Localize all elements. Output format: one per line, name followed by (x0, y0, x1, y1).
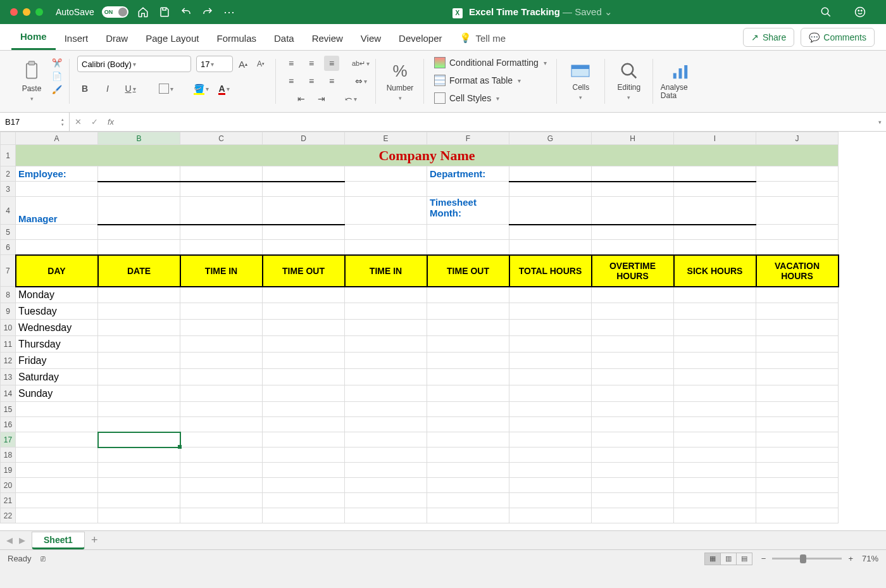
cell[interactable] (592, 508, 674, 523)
cell[interactable] (674, 385, 756, 402)
cell[interactable] (16, 447, 98, 463)
table-header[interactable]: OVERTIME HOURS (592, 255, 674, 287)
cell[interactable] (180, 369, 263, 385)
tab-insert[interactable]: Insert (56, 27, 97, 50)
page-break-view-icon[interactable]: ▤ (736, 553, 752, 565)
sheet-tab-sheet1[interactable]: Sheet1 (32, 532, 85, 549)
row-header-17[interactable]: 17 (1, 432, 16, 447)
analyse-data-button[interactable]: Analyse Data (661, 56, 700, 106)
table-header[interactable]: SICK HOURS (674, 255, 756, 287)
cell[interactable] (427, 182, 509, 197)
cell[interactable] (263, 385, 345, 402)
cell[interactable] (674, 182, 756, 197)
cell[interactable] (756, 166, 839, 182)
tab-data[interactable]: Data (265, 27, 303, 50)
cell[interactable] (98, 369, 180, 385)
cell[interactable] (98, 385, 180, 402)
col-header-G[interactable]: G (509, 132, 592, 145)
cell[interactable] (427, 463, 509, 478)
day-cell[interactable]: Tuesday (16, 303, 98, 320)
italic-button[interactable]: I (100, 81, 115, 96)
col-header-C[interactable]: C (180, 132, 263, 145)
table-header[interactable]: TIME IN (345, 255, 427, 287)
cell[interactable] (98, 417, 180, 432)
page-layout-view-icon[interactable]: ▥ (720, 553, 737, 565)
cell[interactable] (345, 402, 427, 417)
editing-button[interactable]: Editing ▾ (613, 56, 646, 106)
cell[interactable] (16, 182, 98, 197)
cell[interactable] (263, 508, 345, 523)
col-header-F[interactable]: F (427, 132, 509, 145)
cell[interactable] (427, 225, 509, 240)
copy-icon[interactable]: 📄 (52, 72, 62, 81)
close-window[interactable] (10, 8, 18, 16)
cell[interactable] (345, 385, 427, 402)
employee-label[interactable]: Employee: (16, 166, 98, 182)
cell[interactable] (509, 303, 592, 320)
cell[interactable] (345, 303, 427, 320)
cell[interactable] (98, 463, 180, 478)
share-button[interactable]: ↗ Share (743, 28, 794, 47)
cell[interactable] (592, 240, 674, 255)
cell[interactable] (180, 417, 263, 432)
cell[interactable] (345, 353, 427, 369)
cell[interactable] (263, 402, 345, 417)
cell[interactable] (674, 478, 756, 493)
accessibility-icon[interactable]: ⎚ (41, 554, 46, 563)
cell[interactable] (427, 303, 509, 320)
row-header-3[interactable]: 3 (1, 182, 16, 197)
tab-developer[interactable]: Developer (390, 27, 451, 50)
cell[interactable] (16, 493, 98, 508)
cell[interactable] (674, 493, 756, 508)
row-header-8[interactable]: 8 (1, 287, 16, 303)
cell[interactable] (674, 508, 756, 523)
cell[interactable] (16, 432, 98, 447)
cell[interactable] (592, 166, 674, 182)
tab-page-layout[interactable]: Page Layout (137, 27, 208, 50)
col-header-B[interactable]: B (98, 132, 180, 145)
cell[interactable] (345, 320, 427, 336)
cell[interactable] (180, 303, 263, 320)
cell[interactable] (592, 320, 674, 336)
cell[interactable] (180, 508, 263, 523)
align-center-icon[interactable]: ≡ (304, 73, 319, 89)
row-header-16[interactable]: 16 (1, 417, 16, 432)
cell[interactable] (427, 353, 509, 369)
col-header-I[interactable]: I (674, 132, 756, 145)
cell[interactable] (427, 508, 509, 523)
cell[interactable] (756, 447, 839, 463)
cell[interactable] (756, 432, 839, 447)
cell[interactable] (509, 385, 592, 402)
row-header-10[interactable]: 10 (1, 320, 16, 336)
cell[interactable] (345, 493, 427, 508)
cell[interactable] (16, 240, 98, 255)
cell[interactable] (756, 417, 839, 432)
tab-formulas[interactable]: Formulas (208, 27, 265, 50)
redo-icon[interactable] (202, 6, 213, 18)
cell[interactable] (345, 225, 427, 240)
cell[interactable] (263, 336, 345, 353)
cell[interactable] (427, 336, 509, 353)
cell[interactable] (263, 493, 345, 508)
cell[interactable] (180, 182, 263, 197)
tab-draw[interactable]: Draw (97, 27, 137, 50)
row-header-13[interactable]: 13 (1, 369, 16, 385)
cell[interactable] (674, 463, 756, 478)
table-header[interactable]: VACATION HOURS (756, 255, 839, 287)
cell[interactable] (674, 336, 756, 353)
increase-indent-icon[interactable]: ⇥ (314, 91, 329, 106)
row-header-6[interactable]: 6 (1, 240, 16, 255)
bold-button[interactable]: B (77, 81, 92, 96)
cell[interactable] (345, 447, 427, 463)
wrap-text-icon[interactable]: ab↵ (353, 56, 368, 71)
cell[interactable] (180, 287, 263, 303)
cut-icon[interactable]: ✂️ (52, 58, 62, 68)
cell[interactable] (98, 166, 180, 182)
expand-formula-bar-icon[interactable]: ▾ (873, 119, 886, 125)
fx-icon[interactable]: fx (103, 117, 119, 127)
save-icon[interactable] (159, 6, 170, 18)
table-header[interactable]: TIME OUT (427, 255, 509, 287)
cell[interactable] (592, 493, 674, 508)
cell[interactable] (674, 240, 756, 255)
cell[interactable] (345, 336, 427, 353)
